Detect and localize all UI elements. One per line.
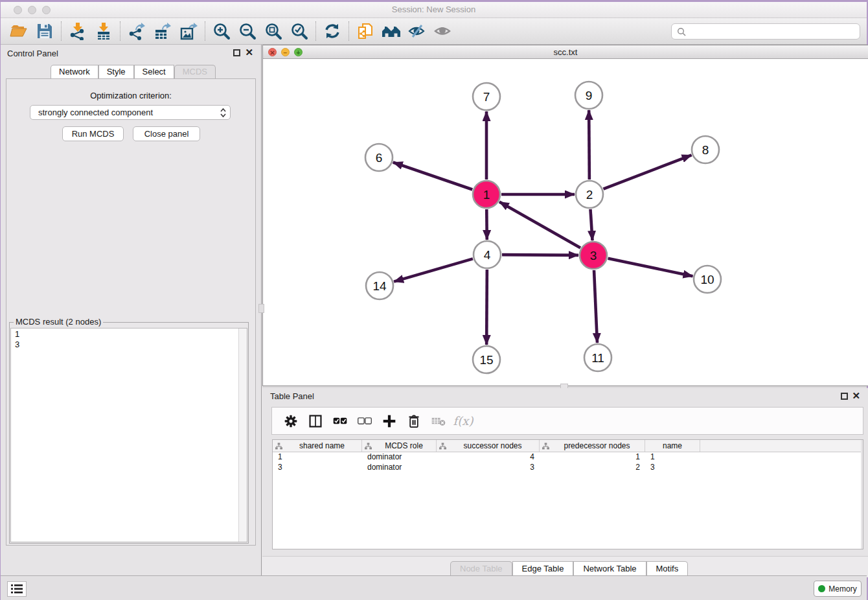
optimization-criterion-select[interactable]: strongly connected component — [30, 105, 231, 120]
column-header-MCDS-role[interactable]: MCDS role — [362, 440, 437, 452]
control-tab-network[interactable]: Network — [51, 65, 98, 78]
clone-network-button[interactable] — [352, 19, 378, 43]
graph-edge-1-6[interactable] — [393, 162, 472, 189]
table-cell[interactable]: 1 — [645, 452, 700, 463]
float-table-panel-icon[interactable] — [841, 393, 848, 400]
column-panel-button[interactable] — [303, 410, 328, 433]
delete-table-button[interactable] — [426, 410, 451, 433]
save-session-button[interactable] — [32, 19, 58, 43]
network-window-titlebar[interactable]: ✕ − + scc.txt — [263, 45, 868, 59]
export-table-button[interactable] — [150, 19, 176, 43]
graph-edge-3-10[interactable] — [608, 259, 693, 277]
table-cell[interactable]: 3 — [273, 463, 362, 473]
delete-column-button[interactable] — [402, 410, 426, 433]
network-graph[interactable]: 7968124314101511 — [263, 59, 868, 386]
graph-edge-4-15[interactable] — [486, 270, 487, 345]
network-canvas[interactable]: 7968124314101511 — [263, 59, 868, 386]
export-network-icon — [128, 22, 146, 40]
zoom-selected-button[interactable] — [286, 19, 312, 43]
application-window: Session: New Session — [1, 2, 867, 600]
table-tab-edge-table[interactable]: Edge Table — [512, 561, 574, 576]
graph-node-label-8: 8 — [702, 143, 709, 157]
table-tab-network-table[interactable]: Network Table — [573, 561, 646, 576]
deselect-all-button[interactable] — [352, 410, 377, 433]
hide-selected-button[interactable] — [404, 19, 430, 43]
function-builder-button[interactable]: f(x) — [451, 410, 475, 433]
table-row[interactable]: 3dominator323 — [273, 463, 863, 473]
import-network-icon — [69, 22, 87, 40]
table-cell[interactable]: 4 — [437, 452, 540, 463]
table-row[interactable]: 1dominator411 — [273, 452, 863, 463]
graph-edge-2-8[interactable] — [603, 155, 691, 189]
float-panel-icon[interactable] — [233, 49, 240, 56]
graph-edge-1-4[interactable] — [486, 209, 487, 240]
memory-button[interactable]: Memory — [814, 581, 862, 597]
table-cell[interactable]: 1 — [273, 452, 362, 463]
table-panel-title: Table Panel — [270, 391, 314, 401]
graph-edge-3-1[interactable] — [499, 202, 580, 248]
column-header-label: shared name — [285, 441, 359, 450]
zoom-out-button[interactable] — [234, 19, 260, 43]
export-network-button[interactable] — [124, 19, 150, 43]
table-cell[interactable]: dominator — [362, 463, 437, 473]
add-column-button[interactable] — [377, 410, 402, 433]
open-file-button[interactable] — [6, 19, 32, 43]
mcds-result-title: MCDS result (2 nodes) — [14, 317, 103, 327]
zoom-in-button[interactable] — [209, 19, 234, 43]
task-history-button[interactable] — [7, 581, 27, 597]
deselect-all-icon — [357, 415, 372, 427]
control-tab-select[interactable]: Select — [134, 65, 174, 78]
graph-node-label-11: 11 — [591, 351, 604, 365]
table-tabs: Node TableEdge TableNetwork TableMotifs — [450, 561, 688, 576]
select-stepper-icon — [220, 108, 226, 118]
graph-edge-2-9[interactable] — [589, 110, 589, 179]
table-cell[interactable]: 3 — [437, 463, 540, 473]
refresh-button[interactable] — [319, 19, 345, 43]
table-cell[interactable]: 2 — [540, 463, 645, 473]
graph-edge-2-3[interactable] — [590, 209, 592, 240]
export-image-button[interactable] — [176, 19, 201, 43]
network-window-title: scc.txt — [263, 47, 868, 57]
import-network-button[interactable] — [65, 19, 91, 43]
select-all-button[interactable] — [328, 410, 352, 433]
table-cell[interactable]: 1 — [540, 452, 645, 463]
control-tab-mcds[interactable]: MCDS — [174, 65, 216, 78]
search-input[interactable] — [690, 27, 854, 36]
column-header-shared-name[interactable]: shared name — [273, 440, 362, 452]
graph-edge-3-11[interactable] — [594, 270, 597, 343]
graph-node-label-7: 7 — [483, 90, 490, 104]
first-neighbors-button[interactable] — [378, 19, 404, 43]
table-toolbar: f(x) — [271, 407, 863, 435]
mcds-result-list[interactable]: 13 — [10, 328, 247, 542]
table-scrollbar[interactable] — [861, 440, 863, 549]
graph-edge-4-14[interactable] — [394, 259, 473, 281]
graph-edge-4-3[interactable] — [502, 255, 578, 255]
search-box[interactable] — [671, 23, 860, 40]
node-table[interactable]: shared nameMCDS rolesuccessor nodesprede… — [272, 439, 863, 549]
close-panel-button[interactable]: Close panel — [133, 126, 200, 141]
column-header-successor-nodes[interactable]: successor nodes — [437, 440, 540, 452]
show-all-button[interactable] — [430, 19, 456, 43]
column-type-icon — [275, 443, 282, 450]
import-table-button[interactable] — [91, 19, 117, 43]
zoom-fit-button[interactable] — [260, 19, 286, 43]
zoom-selected-icon — [290, 22, 308, 40]
table-cell[interactable]: 3 — [645, 463, 700, 473]
column-header-label: MCDS role — [374, 441, 433, 450]
control-tab-style[interactable]: Style — [98, 65, 134, 78]
close-table-panel-icon[interactable]: ✕ — [852, 391, 860, 400]
run-mcds-button[interactable]: Run MCDS — [62, 126, 124, 141]
table-tab-motifs[interactable]: Motifs — [646, 561, 689, 576]
result-scrollbar[interactable] — [238, 329, 247, 542]
zoom-fit-icon — [264, 22, 282, 40]
table-settings-button[interactable] — [279, 410, 303, 433]
graph-node-label-15: 15 — [479, 353, 493, 367]
column-header-predecessor-nodes[interactable]: predecessor nodes — [540, 440, 645, 452]
panel-divider-grip[interactable] — [258, 304, 264, 313]
column-header-name[interactable]: name — [645, 440, 700, 452]
search-icon — [677, 27, 686, 36]
close-panel-icon[interactable]: ✕ — [245, 48, 253, 57]
graph-node-label-1: 1 — [483, 188, 490, 202]
table-tab-node-table[interactable]: Node Table — [450, 561, 512, 576]
table-cell[interactable]: dominator — [362, 452, 437, 463]
